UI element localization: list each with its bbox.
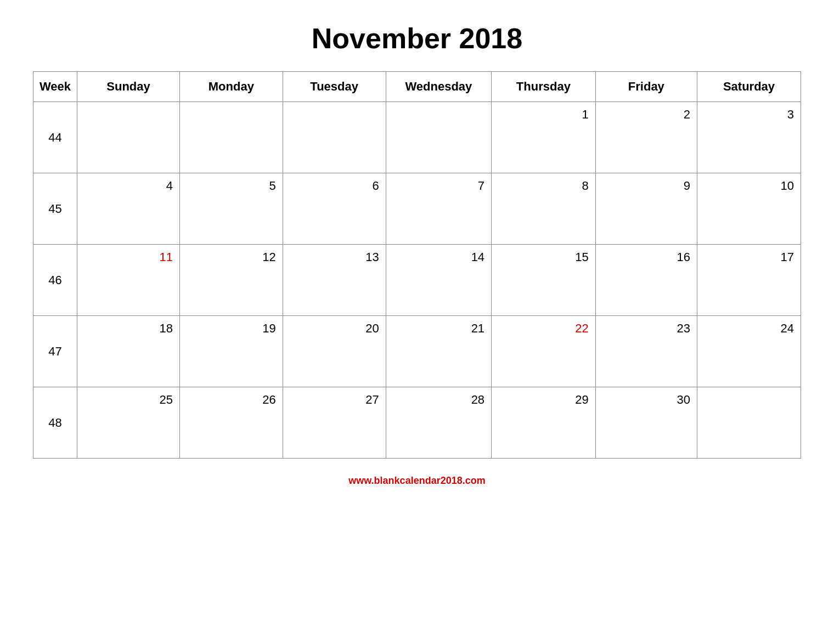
day-cell: 28 <box>386 387 491 459</box>
day-number: 27 <box>288 391 381 407</box>
day-number: 2 <box>600 105 692 122</box>
day-cell: 18 <box>77 316 180 387</box>
day-number: 1 <box>496 105 591 122</box>
day-cell: 17 <box>697 245 801 316</box>
day-cell: 10 <box>697 173 801 245</box>
header-row: WeekSundayMondayTuesdayWednesdayThursday… <box>33 72 801 102</box>
day-cell: 19 <box>180 316 283 387</box>
day-cell: 25 <box>77 387 180 459</box>
week-number-44: 44 <box>33 102 77 173</box>
footer-link[interactable]: www.blankcalendar2018.com <box>348 475 485 487</box>
day-cell: 30 <box>595 387 697 459</box>
day-cell: 16 <box>595 245 697 316</box>
day-cell <box>77 102 180 173</box>
day-cell: 20 <box>283 316 386 387</box>
week-number-48: 48 <box>33 387 77 459</box>
day-number: 25 <box>82 391 175 407</box>
day-number: 12 <box>184 248 278 264</box>
day-cell: 22 <box>492 316 596 387</box>
page-title: November 2018 <box>312 22 522 55</box>
day-number: 16 <box>600 248 692 264</box>
header-cell-thursday: Thursday <box>492 72 596 102</box>
header-cell-sunday: Sunday <box>77 72 180 102</box>
day-cell: 9 <box>595 173 697 245</box>
header-cell-monday: Monday <box>180 72 283 102</box>
day-cell <box>386 102 491 173</box>
header-cell-tuesday: Tuesday <box>283 72 386 102</box>
day-cell: 8 <box>492 173 596 245</box>
week-row-46: 4611121314151617 <box>33 245 801 316</box>
day-number: 30 <box>600 391 692 407</box>
week-number-46: 46 <box>33 245 77 316</box>
header-cell-week: Week <box>33 72 77 102</box>
day-number: 28 <box>391 391 487 407</box>
calendar-table: WeekSundayMondayTuesdayWednesdayThursday… <box>33 71 801 459</box>
week-number-45: 45 <box>33 173 77 245</box>
day-number: 6 <box>288 177 381 193</box>
day-cell: 27 <box>283 387 386 459</box>
day-number: 7 <box>391 177 487 193</box>
day-number: 21 <box>391 319 487 336</box>
header-cell-friday: Friday <box>595 72 697 102</box>
day-number: 24 <box>702 319 796 336</box>
day-number: 20 <box>288 319 381 336</box>
day-cell: 14 <box>386 245 491 316</box>
day-number: 9 <box>600 177 692 193</box>
day-cell: 2 <box>595 102 697 173</box>
week-row-47: 4718192021222324 <box>33 316 801 387</box>
week-row-44: 44123 <box>33 102 801 173</box>
day-number: 13 <box>288 248 381 264</box>
day-cell <box>180 102 283 173</box>
day-cell: 11 <box>77 245 180 316</box>
day-cell: 23 <box>595 316 697 387</box>
day-cell: 4 <box>77 173 180 245</box>
day-number: 22 <box>496 319 591 336</box>
day-cell: 13 <box>283 245 386 316</box>
day-cell: 29 <box>492 387 596 459</box>
day-number: 14 <box>391 248 487 264</box>
week-row-48: 48252627282930 <box>33 387 801 459</box>
day-number: 18 <box>82 319 175 336</box>
day-number: 8 <box>496 177 591 193</box>
week-row-45: 4545678910 <box>33 173 801 245</box>
day-cell <box>697 387 801 459</box>
day-number: 17 <box>702 248 796 264</box>
day-cell: 15 <box>492 245 596 316</box>
day-cell <box>283 102 386 173</box>
week-number-47: 47 <box>33 316 77 387</box>
day-number: 3 <box>702 105 796 122</box>
day-cell: 21 <box>386 316 491 387</box>
header-cell-wednesday: Wednesday <box>386 72 491 102</box>
day-number: 4 <box>82 177 175 193</box>
day-number: 15 <box>496 248 591 264</box>
day-number: 11 <box>82 248 175 264</box>
day-cell: 6 <box>283 173 386 245</box>
day-number: 26 <box>184 391 278 407</box>
day-number: 10 <box>702 177 796 193</box>
day-number: 29 <box>496 391 591 407</box>
day-cell: 5 <box>180 173 283 245</box>
day-number: 19 <box>184 319 278 336</box>
day-number: 23 <box>600 319 692 336</box>
day-cell: 3 <box>697 102 801 173</box>
day-cell: 12 <box>180 245 283 316</box>
day-number: 5 <box>184 177 278 193</box>
day-cell: 24 <box>697 316 801 387</box>
day-cell: 7 <box>386 173 491 245</box>
header-cell-saturday: Saturday <box>697 72 801 102</box>
day-cell: 26 <box>180 387 283 459</box>
day-cell: 1 <box>492 102 596 173</box>
